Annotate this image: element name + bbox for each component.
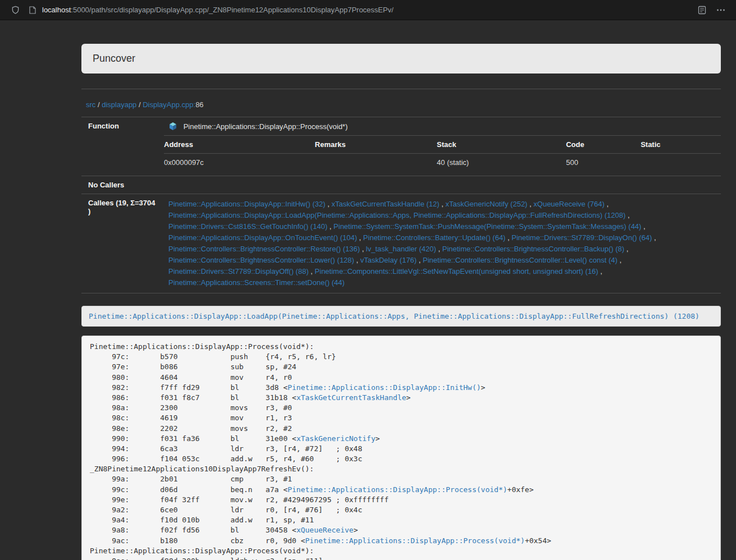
code-value: 500 (566, 154, 641, 172)
callee-link[interactable]: Pinetime::Drivers::St7789::DisplayOn() (… (511, 233, 652, 242)
callee-link[interactable]: Pinetime::Controllers::BrightnessControl… (442, 245, 624, 253)
code-symbol-link[interactable]: xTaskGenericNotify (296, 434, 376, 443)
metrics-header-row: Address Remarks Stack Code Static (164, 136, 721, 154)
code-symbol-link[interactable]: Pinetime::Applications::DisplayApp::Proc… (305, 536, 525, 545)
column-stack: Stack (437, 136, 566, 154)
no-callers-empty-cell (164, 176, 721, 194)
no-callers-label: No Callers (81, 176, 164, 194)
no-callers-row: No Callers (81, 176, 721, 194)
breadcrumb-item: 86 (195, 100, 203, 109)
callee-panel: Pinetime::Applications::DisplayApp::Load… (81, 306, 721, 327)
address-value: 0x0000097c (164, 154, 315, 172)
code-symbol-link[interactable]: Pinetime::Applications::DisplayApp::Init… (287, 383, 481, 392)
disassembly-code: Pinetime::Applications::DisplayApp::Proc… (81, 336, 721, 560)
callee-link[interactable]: Pinetime::Applications::DisplayApp::Load… (168, 211, 625, 219)
callee-link[interactable]: xTaskGetCurrentTaskHandle (12) (331, 200, 439, 208)
breadcrumb-separator: / (95, 100, 102, 109)
breadcrumb: src / displayapp / DisplayApp.cpp:86 (81, 100, 721, 109)
callee-link[interactable]: Pinetime::System::SystemTask::PushMessag… (333, 222, 641, 231)
code-symbol-link[interactable]: xTaskGetCurrentTaskHandle (296, 393, 406, 402)
static-value (641, 154, 721, 172)
page-title-panel: Puncover (81, 44, 721, 74)
remarks-value (315, 154, 437, 172)
stack-value: 40 (static) (437, 154, 566, 172)
divider (81, 89, 721, 89)
url-host: localhost (42, 6, 71, 14)
callees-label: Callees (19, Σ=3704 ) (81, 194, 164, 293)
callee-link[interactable]: Pinetime::Controllers::BrightnessControl… (168, 245, 360, 253)
page-title: Puncover (93, 53, 135, 64)
column-address: Address (164, 136, 315, 154)
reader-mode-icon[interactable] (696, 4, 708, 16)
browser-toolbar: localhost:5000/path/src/displayapp/Displ… (0, 0, 736, 20)
function-icon (168, 122, 177, 131)
url-bar[interactable]: localhost:5000/path/src/displayapp/Displ… (28, 4, 394, 16)
url-path: :5000/path/src/displayapp/DisplayApp.cpp… (71, 6, 394, 14)
page-container: Puncover src / displayapp / DisplayApp.c… (81, 44, 721, 560)
menu-icon[interactable] (715, 4, 727, 16)
function-label: Function (81, 117, 164, 176)
page-icon (28, 4, 37, 16)
callee-link[interactable]: Pinetime::Applications::DisplayApp::OnTo… (168, 233, 357, 242)
callee-link[interactable]: Pinetime::Applications::Screens::Timer::… (168, 278, 345, 287)
function-row: Function Pinetime::Applications::Display… (81, 117, 721, 136)
callee-link[interactable]: Pinetime::Drivers::St7789::DisplayOff() … (168, 267, 309, 276)
callee-link[interactable]: vTaskDelay (176) (360, 256, 417, 264)
metrics-row: Address Remarks Stack Code Static 0x0000… (81, 135, 721, 176)
column-remarks: Remarks (315, 136, 437, 154)
callee-link[interactable]: Pinetime::Controllers::BrightnessControl… (168, 256, 354, 264)
metrics-value-row: 0x0000097c 40 (static) 500 (164, 154, 721, 172)
callee-link[interactable]: Pinetime::Applications::DisplayApp::Init… (168, 200, 326, 208)
breadcrumb-item[interactable]: src (86, 100, 95, 109)
shield-icon[interactable] (9, 4, 21, 16)
callee-link[interactable]: Pinetime::Controllers::BrightnessControl… (423, 256, 618, 264)
callee-link[interactable]: Pinetime::Drivers::Cst816S::GetTouchInfo… (168, 222, 327, 231)
symbol-table: Function Pinetime::Applications::Display… (81, 117, 721, 293)
callee-panel-heading-link[interactable]: Pinetime::Applications::DisplayApp::Load… (89, 312, 700, 320)
code-symbol-link[interactable]: Pinetime::Applications::DisplayApp::Proc… (287, 485, 507, 494)
breadcrumb-item[interactable]: displayapp (102, 100, 136, 109)
callee-link[interactable]: xQueueReceive (764) (533, 200, 604, 208)
breadcrumb-item[interactable]: DisplayApp.cpp: (143, 100, 195, 109)
column-static: Static (641, 136, 721, 154)
callees-row: Callees (19, Σ=3704 ) Pinetime::Applicat… (81, 194, 721, 293)
callee-link[interactable]: lv_task_handler (420) (366, 245, 436, 253)
callees-list: Pinetime::Applications::DisplayApp::Init… (164, 194, 721, 293)
callee-link[interactable]: xTaskGenericNotify (252) (446, 200, 528, 208)
callee-link[interactable]: Pinetime::Components::LittleVgl::SetNewT… (315, 267, 598, 276)
column-code: Code (566, 136, 641, 154)
breadcrumb-separator: / (136, 100, 143, 109)
function-name: Pinetime::Applications::DisplayApp::Proc… (184, 122, 348, 131)
url-text: localhost:5000/path/src/displayapp/Displ… (42, 6, 394, 14)
code-symbol-link[interactable]: xQueueReceive (296, 526, 354, 534)
metrics-table: Address Remarks Stack Code Static 0x0000… (164, 135, 721, 171)
callee-link[interactable]: Pinetime::Controllers::Battery::Update()… (363, 233, 506, 242)
